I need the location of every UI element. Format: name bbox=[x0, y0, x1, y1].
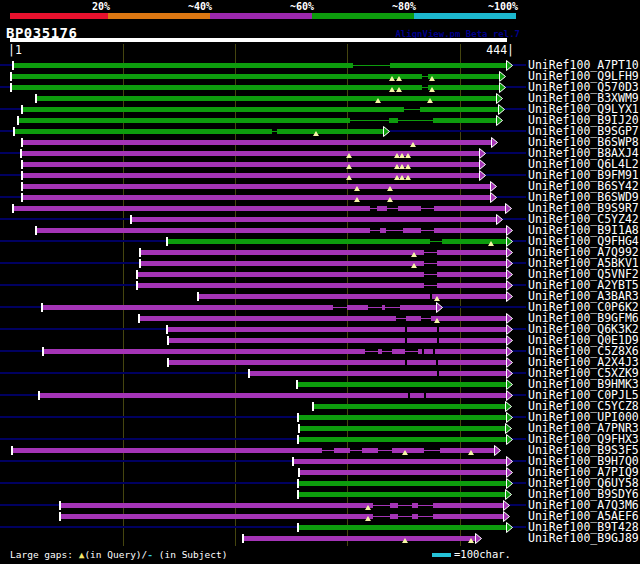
alignment-gap-line bbox=[430, 241, 442, 242]
arrow-right-icon bbox=[506, 258, 513, 269]
alignment-bar[interactable] bbox=[131, 217, 497, 222]
alignment-tick bbox=[430, 294, 432, 299]
alignment-bar[interactable] bbox=[21, 151, 480, 156]
alignment-start-tick bbox=[10, 83, 12, 92]
alignment-start-tick bbox=[21, 105, 23, 114]
alignment-bar[interactable] bbox=[298, 415, 507, 420]
alignment-tick bbox=[422, 349, 424, 354]
alignment-gap-line bbox=[350, 450, 362, 451]
alignment-tick bbox=[437, 371, 439, 376]
alignment-gap-line bbox=[404, 109, 420, 110]
alignment-bar[interactable] bbox=[12, 448, 495, 453]
alignment-tick bbox=[408, 393, 410, 398]
alignment-start-tick bbox=[38, 391, 40, 400]
gap-triangle-icon bbox=[434, 296, 440, 301]
alignment-bar[interactable] bbox=[60, 514, 504, 519]
alignment-start-tick bbox=[11, 446, 13, 455]
arrow-right-icon bbox=[506, 478, 513, 489]
alignment-bar[interactable] bbox=[168, 338, 507, 343]
identity-scale-label: ~60% bbox=[254, 1, 314, 12]
alignment-gap-line bbox=[405, 351, 418, 352]
gap-triangle-icon bbox=[429, 87, 435, 92]
scale-unit-label: =100char. bbox=[454, 548, 511, 561]
gap-triangle-icon bbox=[468, 450, 474, 455]
alignment-bar[interactable] bbox=[43, 349, 507, 354]
alignment-start-tick bbox=[312, 402, 314, 411]
alignment-tick bbox=[437, 338, 439, 343]
legend-footer: Large gaps: ▲(in Query)/- (in Subject) bbox=[10, 548, 227, 561]
arrow-right-icon bbox=[383, 126, 390, 137]
arrow-right-icon bbox=[506, 467, 513, 478]
alignment-start-tick bbox=[298, 468, 300, 477]
gap-triangle-icon bbox=[387, 186, 393, 191]
alignment-bar[interactable] bbox=[60, 503, 504, 508]
alignment-bar[interactable] bbox=[293, 459, 507, 464]
legend-text-mid: (in Query)/ bbox=[84, 549, 147, 560]
alignment-start-tick bbox=[296, 380, 298, 389]
arrow-right-icon bbox=[506, 335, 513, 346]
alignment-gap-line bbox=[368, 307, 382, 308]
alignment-bar[interactable] bbox=[137, 272, 507, 277]
arrow-right-icon bbox=[506, 280, 513, 291]
legend-text-suffix: (in Subject) bbox=[153, 549, 227, 560]
arrow-right-icon bbox=[499, 71, 506, 82]
alignment-bar[interactable] bbox=[298, 437, 507, 442]
arrow-right-icon bbox=[506, 247, 513, 258]
alignment-bar[interactable] bbox=[14, 129, 384, 134]
alignment-bar[interactable] bbox=[22, 162, 480, 167]
gap-triangle-icon bbox=[411, 252, 417, 257]
gap-triangle-icon bbox=[346, 164, 352, 169]
alignment-bar[interactable] bbox=[36, 228, 507, 233]
alignment-bar[interactable] bbox=[140, 261, 507, 266]
alignment-bar[interactable] bbox=[167, 327, 507, 332]
alignment-bar[interactable] bbox=[22, 195, 491, 200]
alignment-start-tick bbox=[248, 369, 250, 378]
alignment-start-tick bbox=[166, 237, 168, 246]
identity-scale-label: ~40% bbox=[152, 1, 212, 12]
alignment-gap-line bbox=[333, 307, 347, 308]
alignment-bar[interactable] bbox=[22, 107, 499, 112]
alignment-bar[interactable] bbox=[298, 481, 507, 486]
alignment-bar[interactable] bbox=[13, 63, 507, 68]
arrow-right-icon bbox=[479, 170, 486, 181]
alignment-gap-line bbox=[373, 516, 390, 517]
identity-scale-segment bbox=[210, 13, 312, 19]
alignment-bar[interactable] bbox=[313, 404, 506, 409]
gap-triangle-icon bbox=[354, 197, 360, 202]
alignment-bar[interactable] bbox=[298, 525, 507, 530]
alignment-bar[interactable] bbox=[168, 360, 507, 365]
arrow-right-icon bbox=[506, 357, 513, 368]
alignment-bar[interactable] bbox=[198, 294, 507, 299]
alignment-start-tick bbox=[13, 127, 15, 136]
alignment-start-tick bbox=[167, 336, 169, 345]
alignment-bar[interactable] bbox=[167, 239, 507, 244]
alignment-bar[interactable] bbox=[22, 140, 492, 145]
gap-triangle-icon bbox=[429, 76, 435, 81]
gap-triangle-icon bbox=[346, 175, 352, 180]
arrow-right-icon bbox=[506, 412, 513, 423]
alignment-start-tick bbox=[139, 259, 141, 268]
alignment-start-tick bbox=[21, 182, 23, 191]
hit-label[interactable]: UniRef100_B9GJ89 bbox=[528, 533, 639, 544]
alignment-start-tick bbox=[17, 116, 19, 125]
alignment-bar[interactable] bbox=[243, 536, 476, 541]
alignment-bar[interactable] bbox=[139, 316, 507, 321]
arrow-right-icon bbox=[499, 82, 506, 93]
alignment-bar[interactable] bbox=[22, 173, 480, 178]
alignment-tick bbox=[433, 349, 435, 354]
alignment-bar[interactable] bbox=[22, 184, 491, 189]
alignment-bar[interactable] bbox=[299, 470, 507, 475]
alignment-gap-line bbox=[322, 450, 334, 451]
alignment-bar[interactable] bbox=[39, 393, 507, 398]
alignment-tick bbox=[405, 338, 407, 343]
alignment-bar[interactable] bbox=[140, 250, 507, 255]
alignment-bar[interactable] bbox=[249, 371, 507, 376]
identity-scale-label: ~80% bbox=[356, 1, 416, 12]
alignment-start-tick bbox=[10, 72, 12, 81]
identity-scale-segment bbox=[108, 13, 210, 19]
alignment-bar[interactable] bbox=[299, 426, 506, 431]
alignment-bar[interactable] bbox=[137, 283, 507, 288]
alignment-bar[interactable] bbox=[298, 492, 506, 497]
alignment-bar[interactable] bbox=[297, 382, 507, 387]
alignment-gap-line bbox=[424, 450, 440, 451]
